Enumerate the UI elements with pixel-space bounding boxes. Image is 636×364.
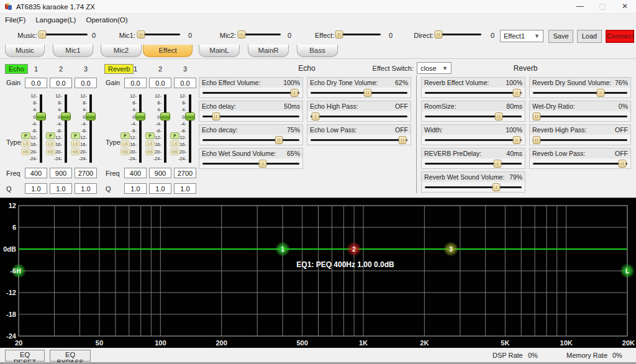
fader-thumb[interactable]	[86, 112, 96, 121]
eq-bypass-button[interactable]: EQ BYPASS	[50, 350, 91, 362]
eq-band3-fader[interactable]: 12- 8- 4- 0- -4- -8- -12- -16- -20- -24-…	[170, 93, 194, 165]
menu-file[interactable]: File(F)	[5, 16, 25, 24]
filter-type-lowshelf-button[interactable]: LS	[145, 140, 155, 147]
tab-effect[interactable]: Effect	[143, 45, 193, 57]
echo-high-pass-slider[interactable]	[311, 112, 407, 121]
echo-low-pass-slider[interactable]	[311, 136, 407, 145]
echo-effect-volume-slider[interactable]	[202, 89, 299, 98]
tab-mic1[interactable]: Mic1	[53, 45, 93, 57]
slider-thumb[interactable]	[493, 183, 501, 191]
eq-response-graph[interactable]: H123L20501002005001K2K5K10K20K1260dB-6-1…	[0, 198, 636, 348]
eq-band2-fader[interactable]: 12- 8- 4- 0- -4- -8- -12- -16- -20- -24-…	[145, 93, 169, 165]
reverb-low-pass-slider[interactable]	[533, 160, 627, 168]
menu-language[interactable]: Language(L)	[35, 16, 76, 24]
q-input[interactable]	[75, 183, 97, 194]
echo-wet-sound-volume-slider[interactable]	[202, 160, 299, 168]
preset-select[interactable]: Effect1 ▼	[500, 30, 543, 42]
echo-decay-slider[interactable]	[202, 136, 299, 145]
slider-thumb[interactable]	[533, 112, 541, 121]
freq-input[interactable]	[124, 168, 147, 178]
slider-thumb[interactable]	[275, 136, 283, 144]
eq-reset-button[interactable]: EQ RESET	[5, 350, 45, 362]
freq-input[interactable]	[149, 168, 171, 178]
gain-input[interactable]	[124, 78, 147, 88]
filter-type-highshelf-button[interactable]: HS	[120, 148, 130, 155]
reverb-high-pass-slider[interactable]	[533, 136, 627, 145]
slider-thumb[interactable]	[494, 112, 502, 121]
echo-dry-tone-volume-slider[interactable]	[311, 89, 407, 98]
filter-type-lowshelf-button[interactable]: LS	[120, 140, 130, 147]
filter-type-lowshelf-button[interactable]: LS	[21, 140, 30, 147]
filter-type-lowshelf-button[interactable]: LS	[71, 140, 80, 147]
slider-thumb[interactable]	[137, 30, 145, 39]
slider-thumb[interactable]	[212, 112, 220, 121]
filter-type-highshelf-button[interactable]: HS	[46, 148, 55, 155]
roomsize-slider[interactable]	[425, 112, 522, 121]
tab-mainl[interactable]: MainL	[199, 45, 240, 57]
eq-band2-fader[interactable]: 12- 8- 4- 0- -4- -8- -12- -16- -20- -24-…	[46, 93, 70, 165]
load-button[interactable]: Load	[577, 30, 602, 43]
q-input[interactable]	[25, 183, 47, 194]
gain-input[interactable]	[174, 78, 196, 88]
filter-type-peq-button[interactable]: P	[120, 132, 130, 139]
tab-music[interactable]: Music	[5, 45, 45, 57]
effect-volume-slider[interactable]	[336, 30, 381, 39]
slider-thumb[interactable]	[291, 89, 299, 97]
slider-thumb[interactable]	[494, 160, 502, 168]
reverb-predelay-slider[interactable]	[425, 160, 522, 168]
tab-mic2[interactable]: Mic2	[101, 45, 142, 57]
slider-thumb[interactable]	[533, 136, 541, 144]
eq-band3-fader[interactable]: 12- 8- 4- 0- -4- -8- -12- -16- -20- -24-…	[71, 93, 94, 165]
filter-type-highshelf-button[interactable]: HS	[145, 148, 155, 155]
q-input[interactable]	[50, 183, 72, 194]
fader-thumb[interactable]	[160, 112, 170, 121]
filter-type-highshelf-button[interactable]: HS	[71, 148, 80, 155]
eq-band1-fader[interactable]: 12- 8- 4- 0- -4- -8- -12- -16- -20- -24-…	[120, 93, 144, 165]
gain-input[interactable]	[75, 78, 97, 88]
slider-thumb[interactable]	[435, 30, 443, 39]
slider-thumb[interactable]	[364, 89, 372, 97]
freq-input[interactable]	[75, 168, 97, 178]
slider-thumb[interactable]	[597, 89, 605, 97]
eq-band1-fader[interactable]: 12- 8- 4- 0- -4- -8- -12- -16- -20- -24-…	[21, 93, 45, 165]
reverb-effect-volume-slider[interactable]	[425, 89, 522, 98]
maximize-button[interactable]: ▢	[591, 0, 614, 13]
gain-input[interactable]	[50, 78, 72, 88]
freq-input[interactable]	[174, 168, 196, 178]
echo-delay-slider[interactable]	[202, 112, 299, 121]
reverb-dry-sound-volume-slider[interactable]	[533, 89, 627, 98]
slider-thumb[interactable]	[39, 30, 47, 39]
fader-thumb[interactable]	[135, 112, 145, 121]
width-slider[interactable]	[425, 136, 522, 145]
fader-thumb[interactable]	[36, 112, 46, 121]
filter-type-lowshelf-button[interactable]: LS	[46, 140, 55, 147]
gain-input[interactable]	[25, 78, 47, 88]
mic1-volume-slider[interactable]	[138, 30, 180, 39]
minimize-button[interactable]: —	[569, 0, 591, 13]
tab-mainr[interactable]: MainR	[248, 45, 289, 57]
connect-button[interactable]: Connect	[606, 30, 634, 43]
slider-thumb[interactable]	[258, 160, 266, 168]
reverb-wet-sound-volume-slider[interactable]	[425, 183, 522, 192]
gain-input[interactable]	[149, 78, 171, 88]
save-button[interactable]: Save	[548, 30, 573, 43]
freq-input[interactable]	[50, 168, 72, 178]
filter-type-peq-button[interactable]: P	[46, 132, 55, 139]
mic2-volume-slider[interactable]	[238, 30, 281, 39]
slider-thumb[interactable]	[399, 136, 407, 144]
q-input[interactable]	[124, 183, 147, 194]
filter-type-peq-button[interactable]: P	[71, 132, 80, 139]
wet-dry-ratio-slider[interactable]	[533, 112, 627, 121]
slider-thumb[interactable]	[619, 160, 627, 168]
q-input[interactable]	[149, 183, 171, 194]
slider-thumb[interactable]	[237, 30, 245, 39]
slider-thumb[interactable]	[311, 112, 319, 121]
music-volume-slider[interactable]	[39, 30, 88, 39]
close-button[interactable]: ✕	[614, 0, 636, 13]
fader-thumb[interactable]	[185, 112, 195, 121]
filter-type-highshelf-button[interactable]: HS	[21, 148, 30, 155]
filter-type-peq-button[interactable]: P	[170, 132, 179, 139]
filter-type-peq-button[interactable]: P	[145, 132, 155, 139]
slider-thumb[interactable]	[513, 136, 521, 144]
filter-type-highshelf-button[interactable]: HS	[170, 148, 179, 155]
